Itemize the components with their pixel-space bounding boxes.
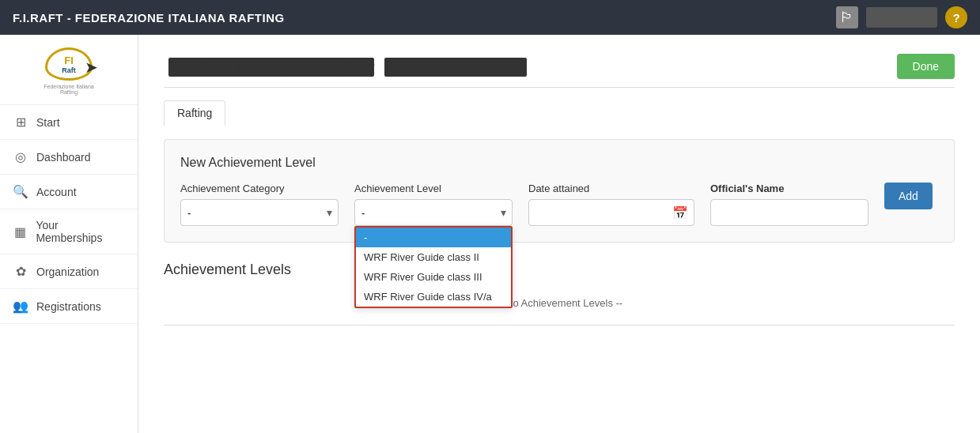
logo-subtext: Federazione Italiana Rafting — [37, 84, 100, 95]
sidebar-item-dashboard[interactable]: ◎ Dashboard — [0, 140, 138, 175]
sidebar-item-memberships[interactable]: ▦ Your Memberships — [0, 209, 138, 254]
achievement-level-label: Achievement Level — [354, 183, 513, 194]
form-row: Achievement Category - Achievement Level… — [180, 183, 938, 226]
sidebar-nav: ⊞ Start ◎ Dashboard 🔍 Account ▦ Your Mem… — [0, 105, 138, 433]
header-divider — [164, 87, 955, 88]
achievement-level-select-wrapper: - WRF River Guide class II WRF River Gui… — [354, 199, 513, 226]
dropdown-option-class-ii[interactable]: WRF River Guide class II — [356, 247, 511, 267]
achievement-category-select-wrapper: - — [180, 199, 339, 226]
sidebar-item-account-label: Account — [36, 186, 77, 198]
dropdown-option-dash[interactable]: - — [356, 228, 511, 247]
dropdown-option-class-iii[interactable]: WRF River Guide class III — [356, 267, 511, 287]
page-header: Edit Achievement Level for Done — [164, 54, 955, 79]
add-button-group: Add — [884, 183, 933, 209]
tabs: Rafting — [164, 100, 955, 126]
done-button[interactable]: Done — [897, 54, 955, 79]
officials-name-group: Official's Name — [710, 183, 868, 226]
achievement-category-select[interactable]: - — [180, 199, 339, 226]
redacted-name — [384, 58, 527, 77]
sidebar-item-organization-label: Organization — [36, 265, 99, 278]
sidebar-item-registrations-label: Registrations — [36, 300, 101, 313]
sidebar-item-memberships-label: Your Memberships — [36, 219, 125, 244]
start-icon: ⊞ — [13, 115, 28, 130]
achievement-level-group: Achievement Level - WRF River Guide clas… — [354, 183, 513, 226]
sidebar-logo: FI Raft ➤ Federazione Italiana Rafting — [0, 35, 138, 105]
sidebar-item-registrations[interactable]: 👥 Registrations — [0, 289, 138, 324]
officials-name-label: Official's Name — [710, 183, 868, 194]
achievement-category-label: Achievement Category — [180, 183, 339, 194]
sidebar-item-start-label: Start — [36, 116, 60, 129]
new-achievement-card: New Achievement Level Achievement Catego… — [164, 139, 955, 243]
achievement-level-select[interactable]: - WRF River Guide class II WRF River Gui… — [354, 199, 513, 226]
sidebar: FI Raft ➤ Federazione Italiana Rafting ⊞… — [0, 35, 138, 433]
no-data-message: -- No Achievement Levels -- — [164, 288, 955, 318]
officials-name-input[interactable] — [710, 199, 868, 226]
help-button[interactable]: ? — [945, 6, 967, 28]
dashboard-icon: ◎ — [13, 149, 28, 164]
date-attained-input[interactable] — [528, 199, 694, 226]
sidebar-item-start[interactable]: ⊞ Start — [0, 105, 138, 140]
tab-rafting[interactable]: Rafting — [164, 100, 225, 126]
username-dropdown[interactable] — [866, 7, 937, 28]
page-title: Edit Achievement Level for — [164, 56, 527, 77]
memberships-icon: ▦ — [13, 224, 28, 239]
account-icon: 🔍 — [13, 184, 28, 199]
registrations-icon: 👥 — [13, 299, 28, 314]
achievement-levels-title: Achievement Levels — [164, 262, 955, 278]
topbar-title: F.I.RAFT - FEDERAZIONE ITALIANA RAFTING — [13, 11, 285, 24]
achievement-category-group: Achievement Category - — [180, 183, 339, 226]
topbar: F.I.RAFT - FEDERAZIONE ITALIANA RAFTING … — [0, 0, 980, 35]
sidebar-item-organization[interactable]: ✿ Organization — [0, 254, 138, 289]
achievement-levels-section: Achievement Levels -- No Achievement Lev… — [164, 262, 955, 326]
organization-icon: ✿ — [13, 264, 28, 279]
user-flag-icon: 🏳 — [836, 6, 858, 28]
card-title: New Achievement Level — [180, 156, 938, 170]
achievement-level-dropdown: - WRF River Guide class II WRF River Gui… — [354, 226, 513, 308]
date-attained-label: Date attained — [528, 183, 694, 194]
sidebar-item-dashboard-label: Dashboard — [36, 151, 91, 164]
topbar-right: 🏳 ? — [836, 6, 967, 28]
sidebar-item-account[interactable]: 🔍 Account — [0, 175, 138, 209]
date-attained-input-wrapper: 📅 — [528, 199, 694, 226]
add-button[interactable]: Add — [884, 183, 933, 209]
date-attained-group: Date attained 📅 — [528, 183, 694, 226]
dropdown-option-class-iva[interactable]: WRF River Guide class IV/a — [356, 287, 511, 307]
main-content: Edit Achievement Level for Done Rafting … — [138, 35, 980, 433]
section-divider — [164, 325, 955, 326]
